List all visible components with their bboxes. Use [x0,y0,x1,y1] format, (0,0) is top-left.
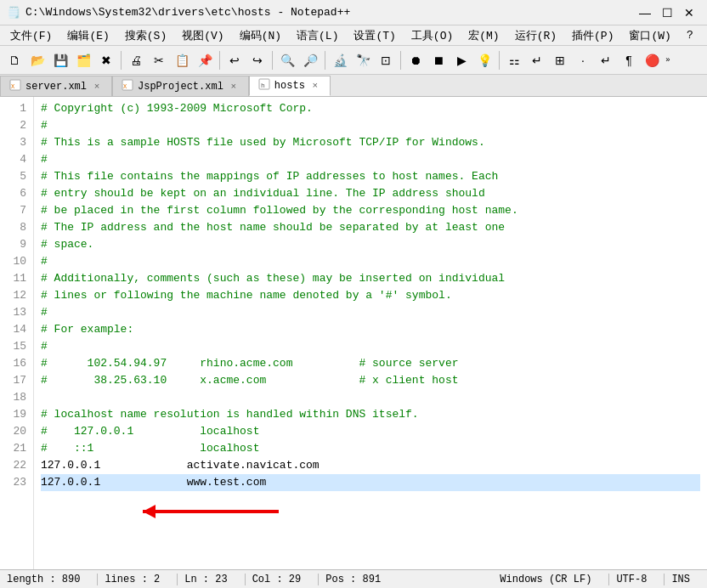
status-div-6 [664,574,665,585]
code-line-14: # For example: [41,321,700,338]
toolbar-sep-2 [219,51,220,70]
indent-guide-button[interactable]: ⊞ [549,49,571,71]
menu-item-p[interactable]: 插件(P) [565,26,620,45]
zoom-out-button[interactable]: 🔭 [352,49,374,71]
tab-close-2[interactable]: × [309,80,321,92]
code-line-10: # [41,253,700,270]
restore-zoom-button[interactable]: ⊡ [375,49,397,71]
code-line-2: # [41,117,700,134]
status-col: Col : 29 [252,574,312,585]
menu-item-f[interactable]: 文件(F) [3,26,59,45]
view-all-chars-button[interactable]: ¶ [618,49,640,71]
line-number-8: 8 [7,219,26,236]
status-length: length : 890 [7,574,90,585]
line-numbers: 1234567891011121314151617181920212223 [0,97,34,569]
tab-jspproject-xml[interactable]: XJspProject.xml× [112,76,249,96]
code-line-17: # 38.25.63.10 x.acme.com # x client host [41,372,700,389]
macro-stop-button[interactable]: ⏹ [427,49,450,71]
paste-button[interactable]: 📌 [194,49,216,71]
zoom-in-button[interactable]: 🔬 [329,49,351,71]
status-line-ending: Windows (CR LF) [500,574,602,585]
code-line-18 [41,389,700,406]
toolbar-sep-1 [121,51,122,70]
macro-save-button[interactable]: 💡 [473,49,495,71]
save-button[interactable]: 💾 [49,49,71,71]
line-number-6: 6 [7,185,26,202]
line-number-14: 14 [7,321,26,338]
close-all-button[interactable]: ✖ [95,49,117,71]
code-line-9: # space. [41,236,700,253]
title-left: 🗒️ C:\Windows\System32\drivers\etc\hosts… [7,6,350,20]
tab-icon-0: X [9,79,21,94]
tab-close-1[interactable]: × [228,81,240,93]
whitespace-button[interactable]: · [572,49,594,71]
code-line-13: # [41,304,700,321]
status-encoding: UTF-8 [616,574,657,585]
macro-record-button[interactable]: ⏺ [404,49,427,71]
find-button[interactable]: 🔍 [276,49,298,71]
line-number-16: 16 [7,355,26,372]
tab-server-xml[interactable]: Xserver.xml× [0,76,112,96]
line-number-1: 1 [7,100,26,117]
code-area[interactable]: # Copyright (c) 1993-2009 Microsoft Corp… [34,97,707,569]
tab-hosts[interactable]: hhosts× [249,76,331,96]
tab-close-0[interactable]: × [91,81,103,93]
undo-button[interactable]: ↩ [223,49,246,71]
toolbar-sep-3 [272,51,273,70]
menu-item-n[interactable]: 编码(N) [233,26,288,45]
redo-button[interactable]: ↪ [246,49,269,71]
wordwrap-button[interactable]: ↵ [526,49,548,71]
code-line-3: # This is a sample HOSTS file used by Mi… [41,134,700,151]
menu-item-m[interactable]: 宏(M) [461,26,506,45]
print-button[interactable]: 🖨 [125,49,147,71]
menu-item-[interactable]: ? [680,27,700,43]
status-mode: INS [671,574,700,585]
replace-button[interactable]: 🔎 [299,49,321,71]
minimize-button[interactable]: — [634,3,656,22]
tab-bar: Xserver.xml×XJspProject.xml×hhosts× [0,75,707,97]
code-line-5: # This file contains the mappings of IP … [41,168,700,185]
tab-icon-2: h [258,78,270,93]
toolbar-right-arrow[interactable]: » [664,49,672,71]
code-line-6: # entry should be kept on an individual … [41,185,700,202]
code-line-12: # lines or following the machine name de… [41,287,700,304]
status-lines: lines : 2 [105,574,170,585]
line-number-15: 15 [7,338,26,355]
save-all-button[interactable]: 🗂️ [72,49,94,71]
menu-item-e[interactable]: 编辑(E) [60,26,116,45]
code-line-22: 127.0.0.1 activate.navicat.com [41,457,700,474]
eol-button[interactable]: ↵ [595,49,617,71]
cut-button[interactable]: ✂ [148,49,170,71]
column-mode-button[interactable]: ⚏ [503,49,525,71]
line-number-13: 13 [7,304,26,321]
status-div-4 [318,574,319,585]
line-number-12: 12 [7,287,26,304]
menu-item-s[interactable]: 搜索(S) [118,26,173,45]
status-ln: Ln : 23 [184,574,237,585]
lang-button[interactable]: 🔴 [641,49,663,71]
menu-item-l[interactable]: 语言(L) [290,26,345,45]
macro-play-button[interactable]: ▶ [450,49,472,71]
toolbar: 🗋 📂 💾 🗂️ ✖ 🖨 ✂ 📋 📌 ↩ ↪ 🔍 🔎 🔬 🔭 ⊡ ⏺ ⏹ ▶ 💡… [0,46,707,75]
svg-text:h: h [261,82,265,89]
new-button[interactable]: 🗋 [3,49,25,71]
code-line-15: # [41,338,700,355]
close-button[interactable]: ✕ [678,3,700,22]
copy-button[interactable]: 📋 [171,49,193,71]
code-line-4: # [41,151,700,168]
line-number-7: 7 [7,202,26,219]
menu-item-t[interactable]: 设置(T) [347,26,402,45]
menu-item-v[interactable]: 视图(V) [175,26,230,45]
open-button[interactable]: 📂 [26,49,48,71]
menu-item-w[interactable]: 窗口(W) [622,26,677,45]
menu-item-o[interactable]: 工具(O) [404,26,460,45]
tab-label-0: server.xml [25,81,87,93]
editor: 1234567891011121314151617181920212223 # … [0,97,707,569]
toolbar-sep-5 [400,51,401,70]
menu-item-r[interactable]: 运行(R) [508,26,563,45]
code-line-11: # Additionally, comments (such as these)… [41,270,700,287]
app-icon: 🗒️ [7,6,20,20]
line-number-5: 5 [7,168,26,185]
maximize-button[interactable]: ☐ [656,3,678,22]
line-number-22: 22 [7,457,26,474]
